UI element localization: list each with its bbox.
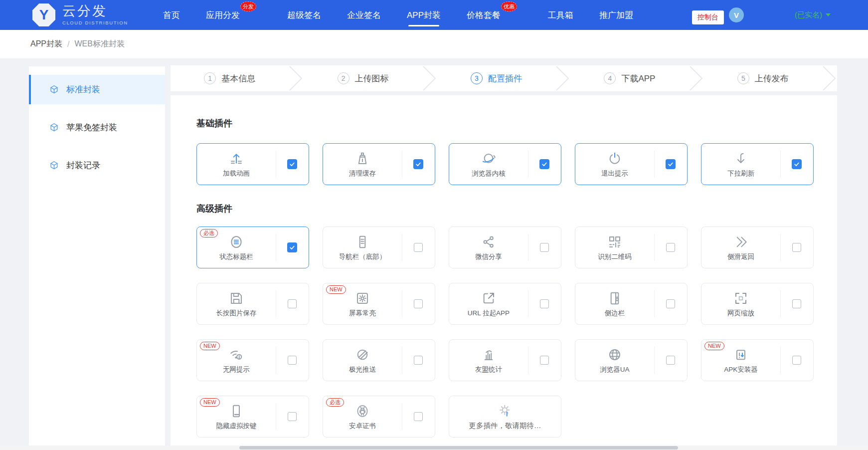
umeng-stats-icon (481, 347, 497, 363)
plugin-checkbox[interactable] (666, 299, 675, 308)
plugin-checkbox[interactable] (414, 412, 423, 421)
verified-label: (已实名) (795, 10, 822, 20)
plugin-checkbox[interactable] (540, 299, 549, 308)
chevron-right-icon (555, 65, 570, 91)
plugin-card-apk-installer[interactable]: NEW APK安装器 (701, 339, 814, 381)
sidebar-item-standard-packaging[interactable]: 标准封装 (29, 75, 165, 104)
avatar[interactable]: V (729, 7, 744, 22)
sidebar-item-label: 标准封装 (66, 84, 100, 95)
bottom-navbar-icon (354, 234, 370, 250)
chevron-right-icon (422, 65, 437, 91)
nav-item-home[interactable]: 首页 (163, 0, 180, 30)
plugin-checkbox[interactable] (288, 299, 297, 308)
logo[interactable]: Y 云分发 CLOUD DISTRIBUTION (32, 3, 128, 27)
step-number: 4 (604, 72, 616, 84)
divider (528, 290, 528, 317)
plugin-checkbox[interactable] (288, 356, 297, 365)
plugin-checkbox[interactable] (414, 299, 423, 308)
nav-item-app-packaging[interactable]: APP封装 (407, 0, 441, 30)
divider (654, 234, 655, 261)
hide-virtual-keys-icon (228, 403, 244, 419)
divider (402, 403, 402, 430)
plugin-card-wechat-share[interactable]: 微信分享 (449, 226, 561, 268)
divider (654, 347, 655, 374)
sidebar-item-packaging-records[interactable]: 封装记录 (29, 151, 165, 180)
plugin-checkbox[interactable] (666, 356, 675, 365)
nav-item-super-sign[interactable]: 超级签名 (287, 0, 321, 30)
plugin-card-umeng-stats[interactable]: 友盟统计 (449, 339, 561, 381)
plugin-card-hide-virtual-keys[interactable]: NEW 隐藏虚拟按键 (196, 396, 309, 438)
plugin-card-qr-recognition[interactable]: 识别二维码 (575, 226, 688, 268)
plugin-card-loading-animation[interactable]: 加载动画 (196, 143, 309, 185)
plugin-checkbox[interactable] (414, 243, 423, 252)
plugin-card-url-launch-app[interactable]: URL 拉起APP (449, 283, 561, 325)
plugin-card-browser-ua[interactable]: 浏览器UA (575, 339, 688, 381)
step-label: 上传发布 (755, 73, 789, 84)
console-button[interactable]: 控制台 (692, 10, 724, 24)
sidebar-item-label: 苹果免签封装 (66, 122, 117, 133)
nav-item-pricing[interactable]: 价格套餐 优惠 (467, 0, 501, 30)
plugin-card-keep-screen-on[interactable]: NEW 屏幕常亮 (323, 283, 435, 325)
plugin-card-swipe-back[interactable]: 侧滑返回 (701, 226, 814, 268)
plugin-card-jpush[interactable]: 极光推送 (323, 339, 435, 381)
plugin-label: 安卓证书 (349, 422, 376, 431)
plugin-label: 微信分享 (475, 252, 502, 261)
horizontal-scrollbar-thumb[interactable] (239, 446, 678, 450)
plugin-checkbox[interactable] (666, 159, 676, 169)
required-badge: 必选 (200, 229, 218, 237)
plugin-checkbox[interactable] (414, 356, 423, 365)
plugin-checkbox[interactable] (792, 243, 801, 252)
plugin-card-clear-cache[interactable]: 清理缓存 (323, 143, 435, 185)
plugin-label: 识别二维码 (598, 252, 632, 261)
step-upload-icon[interactable]: 2 上传图标 (304, 72, 422, 84)
plugin-card-longpress-save-image[interactable]: 长按图片保存 (196, 283, 309, 325)
plugin-checkbox[interactable] (792, 159, 802, 169)
breadcrumb-app-packaging[interactable]: APP封装 (30, 39, 62, 49)
divider (276, 290, 276, 317)
nav-item-promotion[interactable]: 推广加盟 (599, 0, 633, 30)
plugin-card-android-cert[interactable]: 必选 安卓证书 (323, 396, 435, 438)
plugin-checkbox[interactable] (413, 159, 423, 169)
plugin-card-pull-refresh[interactable]: 下拉刷新 (701, 143, 814, 185)
clear-cache-icon (354, 151, 370, 167)
horizontal-scrollbar-track (0, 446, 868, 450)
plugin-checkbox[interactable] (792, 356, 801, 365)
plugin-card-bottom-navbar[interactable]: 导航栏（底部） (323, 226, 435, 268)
step-number: 2 (338, 72, 349, 84)
plugin-card-no-network-tip[interactable]: NEW 无网提示 (196, 339, 309, 381)
divider (276, 403, 276, 430)
step-upload-publish[interactable]: 5 上传发布 (704, 72, 822, 84)
exit-prompt-icon (607, 151, 623, 167)
wechat-share-icon (481, 234, 497, 250)
step-configure-plugins[interactable]: 3 配置插件 (437, 72, 555, 84)
nav-item-enterprise-sign[interactable]: 企业签名 (347, 0, 381, 30)
loading-animation-icon (228, 151, 244, 167)
plugin-card-page-zoom[interactable]: 网页缩放 (701, 283, 814, 325)
plugin-checkbox[interactable] (666, 243, 675, 252)
verified-dropdown[interactable]: (已实名) (795, 0, 831, 30)
plugin-checkbox[interactable] (792, 299, 801, 308)
qr-scan-icon (607, 234, 623, 250)
swipe-back-icon (733, 234, 749, 250)
divider (276, 151, 276, 178)
plugin-card-exit-prompt[interactable]: 退出提示 (575, 143, 688, 185)
divider (276, 234, 276, 261)
plugin-checkbox[interactable] (287, 159, 297, 169)
plugin-checkbox[interactable] (539, 159, 549, 169)
nav-item-app-distribution[interactable]: 应用分发 分发 (206, 0, 240, 30)
step-basic-info[interactable]: 1 基本信息 (171, 72, 289, 84)
new-badge: NEW (326, 285, 346, 294)
plugin-label: 浏览器内核 (472, 169, 506, 178)
plugin-card-browser-core[interactable]: 浏览器内核 (449, 143, 561, 185)
plugin-checkbox[interactable] (288, 412, 297, 421)
step-download-app[interactable]: 4 下载APP (570, 72, 689, 84)
plugin-checkbox[interactable] (540, 243, 549, 252)
plugin-checkbox[interactable] (287, 242, 297, 252)
plugin-card-status-title-bar[interactable]: 必选 状态标题栏 (196, 226, 309, 268)
plugin-card-side-panel[interactable]: 侧边栏 (575, 283, 688, 325)
nav-item-toolbox[interactable]: 工具箱 (548, 0, 573, 30)
plugin-checkbox[interactable] (540, 356, 549, 365)
plugin-label: 网页缩放 (727, 309, 754, 318)
step-number: 5 (737, 72, 749, 84)
sidebar-item-ios-signfree-packaging[interactable]: 苹果免签封装 (29, 113, 165, 142)
